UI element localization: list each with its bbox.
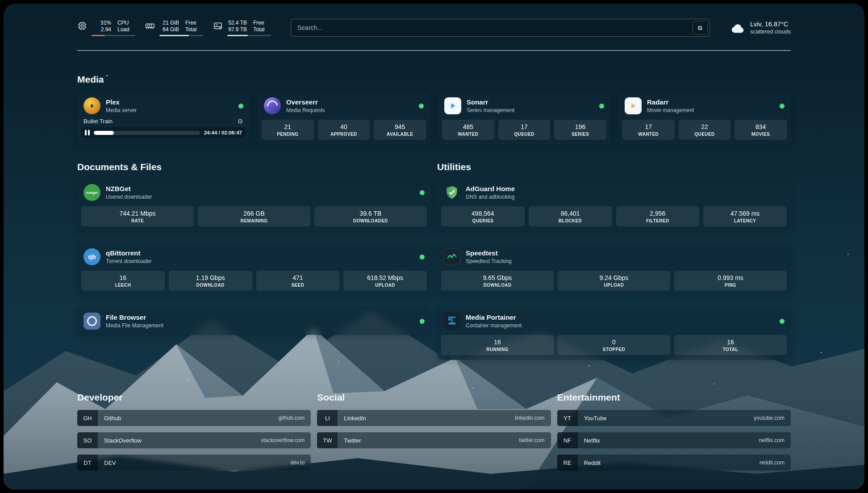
stat-latency: 47.569 ms LATENCY <box>703 206 787 226</box>
stat-total: 16 TOTAL <box>674 335 787 355</box>
bookmark-reddit[interactable]: RE Reddit reddit.com <box>557 455 791 471</box>
stat-filtered: 2,956 FILTERED <box>616 206 700 226</box>
search-input[interactable] <box>291 19 710 37</box>
card-qbittorrent: qb qBittorrent Torrent downloader 16 LEE… <box>77 243 431 296</box>
cpu-usage-fill <box>92 35 105 36</box>
weather-location: Lviv, 16.87°C <box>750 21 791 28</box>
stat-wanted: 17 WANTED <box>622 120 675 140</box>
service-name: AdGuard Home <box>466 185 515 193</box>
service-subtitle: Usenet downloader <box>106 194 152 200</box>
service-subtitle: Series management <box>467 107 514 113</box>
section-title-entertainment: Entertainment <box>557 392 791 403</box>
memory-label-1: Free <box>185 20 196 26</box>
stat-queued: 17 QUEUED <box>498 120 551 140</box>
service-header-adguard[interactable]: AdGuard Home DNS and adblocking <box>437 179 791 206</box>
stat-queries: 498,564 QUERIES <box>441 206 525 226</box>
disk-total: 97.9 TB <box>228 26 247 33</box>
bookmark-netflix[interactable]: NF Netflix netflix.com <box>557 432 791 448</box>
cpu-icon <box>77 21 87 31</box>
bookmark-linkedin[interactable]: LI LinkedIn linkedin.com <box>317 410 551 426</box>
disk-usage-bar <box>227 35 271 36</box>
bookmark-group-social: Social LI LinkedIn linkedin.com TW Twitt… <box>317 392 551 477</box>
bookmark-group-developer: Developer GH Github github.com SO StackO… <box>77 392 311 477</box>
stats-row: 21 PENDING 40 APPROVED 945 AVAILABLE <box>258 120 430 145</box>
service-subtitle: Media File Management <box>106 322 163 329</box>
media-grid: Plex Media server Bullet Train ⚙ 24:44 /… <box>77 92 791 145</box>
top-bar: 31% 2.94 CPU Load <box>77 17 791 38</box>
bookmark-github[interactable]: GH Github github.com <box>77 410 311 426</box>
adguard-icon <box>443 184 460 201</box>
stat-download: 1.19 Gbps DOWNLOAD <box>169 271 252 291</box>
bookmark-youtube[interactable]: YT YouTube youtube.com <box>557 410 791 426</box>
status-dot <box>599 104 604 109</box>
weather-cloud-icon <box>729 21 745 34</box>
card-radarr: Radarr Movie management 17 WANTED 22 QUE… <box>618 92 791 145</box>
playback-time: 24:44 / 02:06:47 <box>204 130 242 135</box>
service-name: NZBGet <box>106 185 152 193</box>
status-dot <box>420 319 425 324</box>
filebrowser-icon <box>83 313 100 330</box>
disk-label-2: Total <box>253 26 264 33</box>
speedtest-icon <box>443 248 460 265</box>
service-subtitle: Speedtest Tracking <box>466 258 512 264</box>
disk-usage-fill <box>227 35 248 36</box>
stat-download: 9.65 Gbps DOWNLOAD <box>441 271 554 291</box>
service-header-portainer[interactable]: Media Portainer Container management <box>437 307 791 335</box>
stats-row: 498,564 QUERIES 86,401 BLOCKED 2,956 FIL… <box>437 206 791 231</box>
memory-icon <box>145 21 155 31</box>
stats-row: 16 RUNNING 0 STOPPED 16 TOTAL <box>437 335 791 360</box>
section-title-media: Media <box>77 74 791 85</box>
pause-icon[interactable] <box>85 130 90 135</box>
bookmark-twitter[interactable]: TW Twitter twitter.com <box>317 432 551 448</box>
stat-running: 16 RUNNING <box>441 335 554 355</box>
cpu-widget: 31% 2.94 CPU Load <box>77 20 135 36</box>
card-portainer: Media Portainer Container management 16 … <box>437 307 791 360</box>
stats-row: 16 LEECH 1.19 Gbps DOWNLOAD 471 SEED 6 <box>77 271 431 296</box>
nzbget-icon: nzbget <box>83 184 100 201</box>
stat-upload: 9.24 Gbps UPLOAD <box>558 271 670 291</box>
service-header-radarr[interactable]: Radarr Movie management <box>618 92 791 120</box>
card-sonarr: Sonarr Series management 485 WANTED 17 Q… <box>438 92 610 145</box>
bookmark-group-entertainment: Entertainment YT YouTube youtube.com NF … <box>557 392 791 477</box>
cpu-percent: 31% <box>100 20 111 26</box>
service-header-filebrowser[interactable]: File Browser Media File Management <box>77 307 431 335</box>
stat-movies: 834 MOVIES <box>734 120 787 140</box>
memory-total: 64 GiB <box>163 26 179 33</box>
stat-available: 945 AVAILABLE <box>374 120 426 140</box>
service-subtitle: DNS and adblocking <box>466 194 515 200</box>
bookmark-stackoverflow[interactable]: SO StackOverflow stackoverflow.com <box>77 432 311 448</box>
section-title-developer: Developer <box>77 392 311 403</box>
status-dot <box>780 104 785 109</box>
service-header-sonarr[interactable]: Sonarr Series management <box>438 92 610 120</box>
service-header-speedtest[interactable]: Speedtest Speedtest Tracking <box>437 243 791 271</box>
bookmark-dev[interactable]: DT DEV dev.to <box>77 455 311 471</box>
service-header-qbittorrent[interactable]: qb qBittorrent Torrent downloader <box>77 243 431 271</box>
playback-progress-bar[interactable] <box>94 131 200 135</box>
service-header-overseerr[interactable]: Overseerr Media Requests <box>258 92 430 120</box>
disk-label-1: Free <box>253 20 264 26</box>
service-header-plex[interactable]: Plex Media server <box>77 92 250 120</box>
cpu-loadavg: 2.94 <box>101 26 111 33</box>
service-name: Sonarr <box>467 98 514 106</box>
stat-pending: 21 PENDING <box>262 120 314 140</box>
stream-settings-icon[interactable]: ⚙ <box>238 118 243 125</box>
column-documents: Documents & Files nzbget NZBGet Usenet d… <box>77 162 431 372</box>
service-subtitle: Movie management <box>647 107 694 113</box>
stat-ping: 0.993 ms PING <box>674 271 787 291</box>
section-title-social: Social <box>317 392 551 403</box>
service-header-nzbget[interactable]: nzbget NZBGet Usenet downloader <box>77 179 431 206</box>
search-provider-button[interactable]: G <box>693 21 708 34</box>
stat-seed: 471 SEED <box>256 271 340 291</box>
plex-icon <box>83 97 100 114</box>
disk-icon <box>213 21 223 31</box>
stat-blocked: 86,401 BLOCKED <box>529 206 612 226</box>
status-dot <box>419 104 424 109</box>
weather-widget: Lviv, 16.87°C scattered clouds <box>729 21 791 35</box>
stats-row: 485 WANTED 17 QUEUED 196 SERIES <box>438 120 610 145</box>
card-adguard: AdGuard Home DNS and adblocking 498,564 … <box>437 179 791 231</box>
stats-row: 744.21 Mbps RATE 266 GB REMAINING 39.6 T… <box>77 206 431 231</box>
qbittorrent-icon: qb <box>83 248 100 265</box>
memory-widget: 21 GiB 64 GiB Free Total <box>145 20 203 36</box>
playback-progress-fill <box>94 131 114 135</box>
service-subtitle: Media server <box>106 107 137 113</box>
